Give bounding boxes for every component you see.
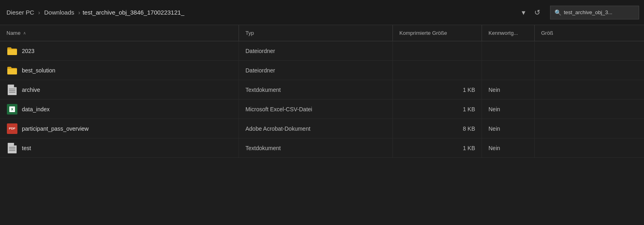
table-row[interactable]: test Textdokument 1 KB Nein [0, 138, 644, 158]
col-header-groesse[interactable]: Größ [535, 25, 644, 41]
col-typ-label: Typ [245, 30, 254, 36]
text-file-icon [6, 84, 18, 96]
file-name: test [22, 145, 31, 151]
col-header-kennwort[interactable]: Kennwortg... [482, 25, 535, 41]
breadcrumb-separator-2: › [77, 9, 81, 16]
col-header-name[interactable]: Name ∧ [0, 25, 239, 41]
file-kennwort-cell: Nein [482, 80, 535, 99]
file-name-cell: PDF participant_pass_overview [0, 119, 239, 138]
file-typ-cell: Dateiordner [239, 61, 393, 80]
file-kennwort-cell: Nein [482, 100, 535, 119]
col-header-komprimiert[interactable]: Komprimierte Größe [393, 25, 482, 41]
table-row[interactable]: X data_index Microsoft Excel-CSV-Datei 1… [0, 100, 644, 119]
refresh-button[interactable]: ↺ [531, 6, 544, 19]
file-typ-cell: Dateiordner [239, 41, 393, 60]
file-komprimiert-cell: 1 KB [393, 100, 482, 119]
file-name: archive [22, 87, 40, 93]
col-groesse-label: Größ [541, 30, 553, 36]
folder-icon [6, 45, 18, 57]
file-name-cell: archive [0, 80, 239, 99]
address-bar-controls: ▾ ↺ [515, 6, 547, 19]
file-kennwort-cell [482, 41, 535, 60]
file-name-cell: 2023 [0, 41, 239, 60]
file-groesse-cell [535, 41, 644, 60]
file-name: data_index [22, 106, 50, 112]
file-komprimiert-cell: 1 KB [393, 80, 482, 99]
address-bar: Dieser PC › Downloads › test_archive_obj… [0, 0, 644, 25]
file-typ-cell: Microsoft Excel-CSV-Datei [239, 100, 393, 119]
pdf-icon: PDF [6, 123, 18, 134]
breadcrumb-separator-1: › [37, 9, 41, 16]
file-kennwort-cell [482, 61, 535, 80]
excel-icon: X [6, 104, 18, 115]
file-name: participant_pass_overview [22, 125, 89, 132]
text-file-icon [6, 142, 18, 154]
file-kennwort-cell: Nein [482, 119, 535, 138]
breadcrumb-dieser-pc[interactable]: Dieser PC [5, 8, 36, 17]
file-name-cell: test [0, 138, 239, 157]
dropdown-button[interactable]: ▾ [518, 6, 529, 19]
table-row[interactable]: archive Textdokument 1 KB Nein [0, 80, 644, 100]
breadcrumb-current-folder: test_archive_obj_3846_1700223121_ [83, 9, 184, 16]
breadcrumb-downloads[interactable]: Downloads [43, 8, 76, 17]
file-komprimiert-cell [393, 41, 482, 60]
file-groesse-cell [535, 100, 644, 119]
column-headers: Name ∧ Typ Komprimierte Größe Kennwortg.… [0, 25, 644, 41]
file-groesse-cell [535, 80, 644, 99]
search-box[interactable]: 🔍 test_archive_obj_3... [550, 6, 639, 19]
file-typ-cell: Textdokument [239, 138, 393, 157]
table-row[interactable]: best_solution Dateiordner [0, 61, 644, 80]
file-groesse-cell [535, 138, 644, 157]
file-groesse-cell [535, 119, 644, 138]
file-groesse-cell [535, 61, 644, 80]
file-list: 2023 Dateiordner best_solution Dateiordn… [0, 41, 644, 158]
file-typ-cell: Textdokument [239, 80, 393, 99]
search-text: test_archive_obj_3... [564, 9, 612, 15]
col-header-typ[interactable]: Typ [239, 25, 393, 41]
col-name-label: Name [6, 30, 21, 36]
file-komprimiert-cell [393, 61, 482, 80]
col-kennwort-label: Kennwortg... [488, 30, 518, 36]
file-name-cell: X data_index [0, 100, 239, 119]
file-typ-cell: Adobe Acrobat-Dokument [239, 119, 393, 138]
file-name: 2023 [22, 48, 34, 54]
file-komprimiert-cell: 8 KB [393, 119, 482, 138]
file-name: best_solution [22, 67, 55, 74]
table-row[interactable]: 2023 Dateiordner [0, 41, 644, 61]
col-komprimiert-label: Komprimierte Größe [399, 30, 447, 36]
file-name-cell: best_solution [0, 61, 239, 80]
table-row[interactable]: PDF participant_pass_overview Adobe Acro… [0, 119, 644, 138]
file-komprimiert-cell: 1 KB [393, 138, 482, 157]
folder-icon [6, 65, 18, 76]
sort-arrow: ∧ [23, 31, 26, 35]
file-kennwort-cell: Nein [482, 138, 535, 157]
search-icon: 🔍 [554, 9, 561, 16]
breadcrumb: Dieser PC › Downloads › test_archive_obj… [5, 0, 512, 25]
